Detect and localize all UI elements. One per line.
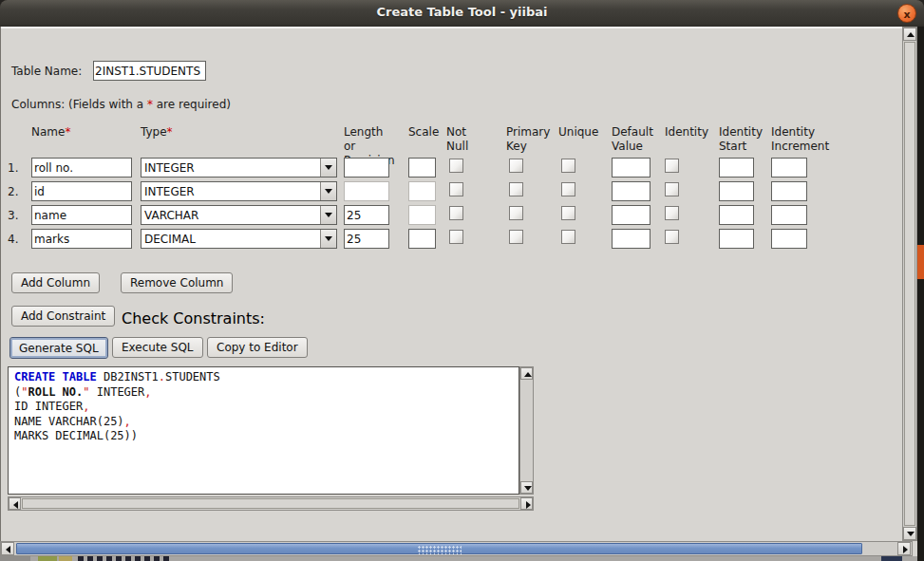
window-title: Create Table Tool - yiibai [0, 5, 924, 19]
sql-line: MARKS DECIMAL(25)) [14, 429, 519, 444]
sql-token: CREATE TABLE [14, 370, 97, 383]
column-type-value: INTEGER [144, 161, 195, 175]
default-value-input[interactable] [612, 229, 651, 249]
sql-vertical-scrollbar[interactable] [519, 366, 534, 495]
identity-start-input[interactable] [719, 158, 754, 178]
add-constraint-button[interactable]: Add Constraint [11, 306, 115, 327]
column-name-input[interactable] [31, 205, 132, 225]
sql-token: MARKS DECIMAL(25)) [14, 429, 138, 442]
default-value-input[interactable] [612, 205, 651, 225]
scroll-up-icon[interactable] [520, 367, 533, 380]
identity-increment-input[interactable] [771, 158, 807, 178]
identity-start-input[interactable] [719, 229, 754, 249]
chevron-down-icon[interactable] [320, 230, 336, 248]
column-type-select[interactable]: DECIMAL [141, 229, 337, 249]
close-button[interactable]: x [897, 4, 916, 23]
column-type-value: DECIMAL [144, 233, 196, 246]
header-type: Type* [141, 125, 337, 140]
generate-sql-button[interactable]: Generate SQL [9, 337, 108, 359]
scale-input[interactable] [408, 229, 436, 249]
scale-input[interactable] [408, 205, 436, 225]
chevron-down-icon[interactable] [320, 206, 336, 224]
scroll-down-icon[interactable] [520, 481, 533, 494]
sql-token: INTEGER [90, 385, 145, 399]
column-name-input[interactable] [31, 229, 132, 249]
default-value-input[interactable] [612, 181, 651, 201]
unique-checkbox[interactable] [561, 230, 575, 244]
table-name-label: Table Name: [11, 65, 82, 78]
sql-editor[interactable]: CREATE TABLE DB2INST1.STUDENTS("ROLL NO.… [8, 366, 519, 495]
execute-sql-button[interactable]: Execute SQL [112, 337, 203, 358]
length-input[interactable] [344, 205, 389, 225]
header-identity-increment: IdentityIncrement [771, 125, 830, 154]
identity-checkbox[interactable] [665, 230, 679, 244]
remove-column-button[interactable]: Remove Column [121, 272, 233, 293]
scale-input[interactable] [408, 158, 436, 178]
sql-line: ("ROLL NO." INTEGER, [14, 385, 519, 401]
sql-token: ROLL NO. [28, 385, 83, 399]
scale-input[interactable] [408, 181, 436, 201]
chevron-down-icon[interactable] [320, 159, 336, 177]
unique-checkbox[interactable] [561, 159, 575, 173]
primary-key-checkbox[interactable] [509, 230, 523, 244]
header-default-value: DefaultValue [612, 125, 653, 154]
add-column-button[interactable]: Add Column [11, 272, 100, 293]
create-table-window: Create Table Tool - yiibai x Table Name:… [0, 0, 924, 561]
identity-increment-input[interactable] [771, 181, 807, 201]
length-input[interactable] [344, 158, 389, 178]
column-type-select[interactable]: INTEGER [141, 181, 337, 201]
primary-key-checkbox[interactable] [509, 159, 523, 173]
header-not-null: Not Null [446, 125, 492, 154]
scroll-left-icon[interactable] [1, 542, 14, 555]
scroll-up-icon[interactable] [903, 28, 916, 41]
row-number: 1. [8, 161, 31, 175]
top-highlight-line [0, 27, 917, 28]
sql-line: NAME VARCHAR(25), [14, 415, 519, 430]
default-value-input[interactable] [612, 158, 651, 178]
scroll-right-icon[interactable] [897, 542, 911, 555]
column-type-value: VARCHAR [144, 209, 198, 222]
scroll-left-icon[interactable] [9, 497, 21, 510]
column-name-input[interactable] [31, 181, 132, 201]
sql-hscroll-thumb[interactable] [22, 498, 519, 509]
window-vertical-scrollbar[interactable] [902, 27, 917, 541]
scroll-right-icon[interactable] [520, 497, 533, 510]
window-horizontal-scrollbar[interactable] [0, 541, 913, 556]
column-name-input[interactable] [31, 158, 132, 178]
background-window-fragment [0, 556, 30, 561]
window-left-border [0, 27, 1, 561]
not-null-checkbox[interactable] [449, 206, 463, 220]
primary-key-checkbox[interactable] [509, 182, 523, 196]
header-scale: Scale [408, 125, 436, 140]
sql-horizontal-scrollbar[interactable] [8, 496, 534, 511]
not-null-checkbox[interactable] [449, 182, 463, 196]
column-row: 2. INTEGER [8, 179, 830, 203]
identity-start-input[interactable] [719, 181, 754, 201]
identity-increment-input[interactable] [771, 229, 807, 249]
scroll-down-icon[interactable] [903, 527, 916, 540]
chevron-down-icon[interactable] [320, 182, 336, 200]
vscroll-thumb[interactable] [904, 42, 915, 526]
background-window-fragment [881, 556, 902, 561]
hscroll-thumb[interactable] [16, 543, 862, 554]
table-name-input[interactable] [93, 61, 206, 81]
column-type-select[interactable]: VARCHAR [141, 205, 337, 225]
row-number: 4. [8, 233, 31, 246]
identity-start-input[interactable] [719, 205, 754, 225]
not-null-checkbox[interactable] [449, 159, 463, 173]
length-input[interactable] [344, 229, 389, 249]
copy-to-editor-button[interactable]: Copy to Editor [207, 337, 308, 358]
length-input[interactable] [344, 181, 389, 201]
identity-checkbox[interactable] [665, 159, 679, 173]
identity-checkbox[interactable] [665, 182, 679, 196]
sql-token: NAME VARCHAR(25) [14, 415, 124, 428]
unique-checkbox[interactable] [561, 206, 575, 220]
unique-checkbox[interactable] [561, 182, 575, 196]
not-null-checkbox[interactable] [449, 230, 463, 244]
sql-line: CREATE TABLE DB2INST1.STUDENTS [14, 370, 519, 385]
identity-checkbox[interactable] [665, 206, 679, 220]
primary-key-checkbox[interactable] [509, 206, 523, 220]
titlebar[interactable]: Create Table Tool - yiibai x [0, 0, 924, 27]
column-type-select[interactable]: INTEGER [141, 158, 337, 178]
identity-increment-input[interactable] [771, 205, 807, 225]
